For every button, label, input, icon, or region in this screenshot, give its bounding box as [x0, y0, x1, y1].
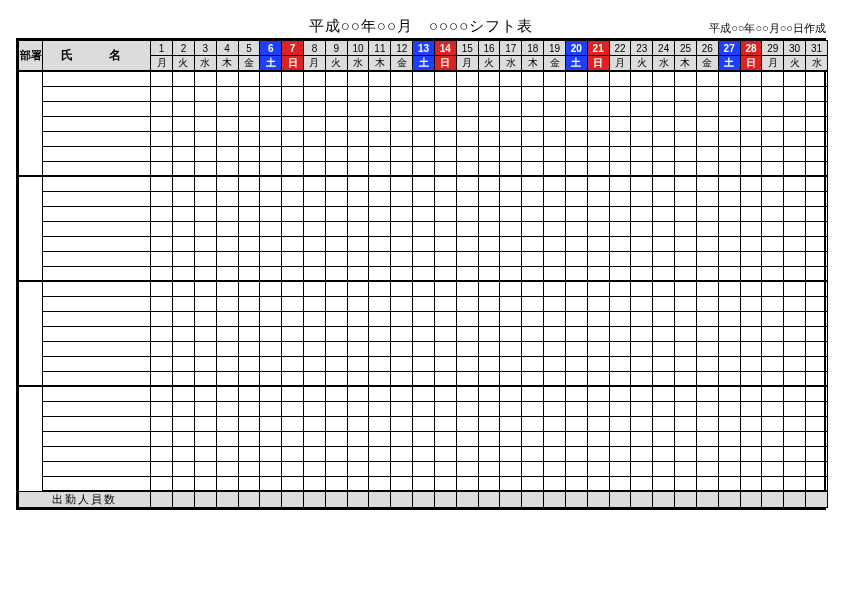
shift-cell[interactable]	[391, 251, 413, 266]
shift-cell[interactable]	[544, 311, 566, 326]
shift-cell[interactable]	[718, 236, 740, 251]
shift-cell[interactable]	[325, 221, 347, 236]
shift-cell[interactable]	[609, 326, 631, 341]
shift-cell[interactable]	[238, 446, 260, 461]
shift-cell[interactable]	[325, 401, 347, 416]
shift-cell[interactable]	[565, 431, 587, 446]
shift-cell[interactable]	[391, 476, 413, 491]
shift-cell[interactable]	[653, 176, 675, 191]
shift-cell[interactable]	[740, 386, 762, 401]
attendance-count-cell[interactable]	[784, 491, 806, 508]
shift-cell[interactable]	[609, 266, 631, 281]
shift-cell[interactable]	[238, 236, 260, 251]
shift-cell[interactable]	[238, 281, 260, 296]
shift-cell[interactable]	[609, 356, 631, 371]
shift-cell[interactable]	[500, 296, 522, 311]
shift-cell[interactable]	[347, 251, 369, 266]
shift-cell[interactable]	[325, 446, 347, 461]
shift-cell[interactable]	[304, 476, 326, 491]
shift-cell[interactable]	[347, 401, 369, 416]
shift-cell[interactable]	[806, 236, 828, 251]
shift-cell[interactable]	[609, 311, 631, 326]
shift-cell[interactable]	[194, 116, 216, 131]
shift-cell[interactable]	[413, 86, 435, 101]
shift-cell[interactable]	[784, 116, 806, 131]
shift-cell[interactable]	[173, 191, 195, 206]
name-cell[interactable]	[43, 116, 151, 131]
shift-cell[interactable]	[238, 71, 260, 86]
shift-cell[interactable]	[369, 86, 391, 101]
shift-cell[interactable]	[260, 206, 282, 221]
shift-cell[interactable]	[587, 371, 609, 386]
shift-cell[interactable]	[238, 146, 260, 161]
shift-cell[interactable]	[304, 266, 326, 281]
attendance-count-cell[interactable]	[304, 491, 326, 508]
shift-cell[interactable]	[194, 356, 216, 371]
shift-cell[interactable]	[173, 176, 195, 191]
name-cell[interactable]	[43, 86, 151, 101]
shift-cell[interactable]	[784, 86, 806, 101]
shift-cell[interactable]	[456, 356, 478, 371]
shift-cell[interactable]	[282, 191, 304, 206]
shift-cell[interactable]	[282, 341, 304, 356]
shift-cell[interactable]	[216, 341, 238, 356]
shift-cell[interactable]	[216, 191, 238, 206]
shift-cell[interactable]	[151, 161, 173, 176]
shift-cell[interactable]	[347, 431, 369, 446]
shift-cell[interactable]	[740, 86, 762, 101]
shift-cell[interactable]	[282, 326, 304, 341]
shift-cell[interactable]	[413, 386, 435, 401]
shift-cell[interactable]	[696, 131, 718, 146]
shift-cell[interactable]	[413, 146, 435, 161]
shift-cell[interactable]	[631, 401, 653, 416]
shift-cell[interactable]	[369, 311, 391, 326]
shift-cell[interactable]	[325, 341, 347, 356]
shift-cell[interactable]	[565, 476, 587, 491]
shift-cell[interactable]	[565, 176, 587, 191]
shift-cell[interactable]	[347, 446, 369, 461]
shift-cell[interactable]	[500, 206, 522, 221]
shift-cell[interactable]	[173, 401, 195, 416]
shift-cell[interactable]	[304, 311, 326, 326]
shift-cell[interactable]	[718, 446, 740, 461]
shift-cell[interactable]	[653, 446, 675, 461]
shift-cell[interactable]	[456, 371, 478, 386]
shift-cell[interactable]	[238, 356, 260, 371]
shift-cell[interactable]	[194, 161, 216, 176]
shift-cell[interactable]	[718, 371, 740, 386]
shift-cell[interactable]	[304, 116, 326, 131]
shift-cell[interactable]	[609, 71, 631, 86]
shift-cell[interactable]	[653, 356, 675, 371]
shift-cell[interactable]	[194, 191, 216, 206]
shift-cell[interactable]	[238, 116, 260, 131]
shift-cell[interactable]	[413, 461, 435, 476]
shift-cell[interactable]	[304, 386, 326, 401]
shift-cell[interactable]	[260, 356, 282, 371]
shift-cell[interactable]	[347, 356, 369, 371]
shift-cell[interactable]	[718, 266, 740, 281]
dept-cell[interactable]	[19, 176, 43, 281]
shift-cell[interactable]	[216, 131, 238, 146]
shift-cell[interactable]	[544, 101, 566, 116]
shift-cell[interactable]	[238, 311, 260, 326]
shift-cell[interactable]	[522, 191, 544, 206]
shift-cell[interactable]	[609, 221, 631, 236]
attendance-count-cell[interactable]	[478, 491, 500, 508]
shift-cell[interactable]	[478, 266, 500, 281]
shift-cell[interactable]	[587, 416, 609, 431]
shift-cell[interactable]	[456, 386, 478, 401]
shift-cell[interactable]	[740, 176, 762, 191]
shift-cell[interactable]	[478, 146, 500, 161]
shift-cell[interactable]	[304, 71, 326, 86]
attendance-count-cell[interactable]	[675, 491, 697, 508]
shift-cell[interactable]	[369, 341, 391, 356]
shift-cell[interactable]	[413, 446, 435, 461]
shift-cell[interactable]	[260, 236, 282, 251]
name-cell[interactable]	[43, 176, 151, 191]
shift-cell[interactable]	[478, 386, 500, 401]
shift-cell[interactable]	[762, 131, 784, 146]
shift-cell[interactable]	[544, 386, 566, 401]
shift-cell[interactable]	[740, 281, 762, 296]
shift-cell[interactable]	[631, 371, 653, 386]
shift-cell[interactable]	[784, 431, 806, 446]
